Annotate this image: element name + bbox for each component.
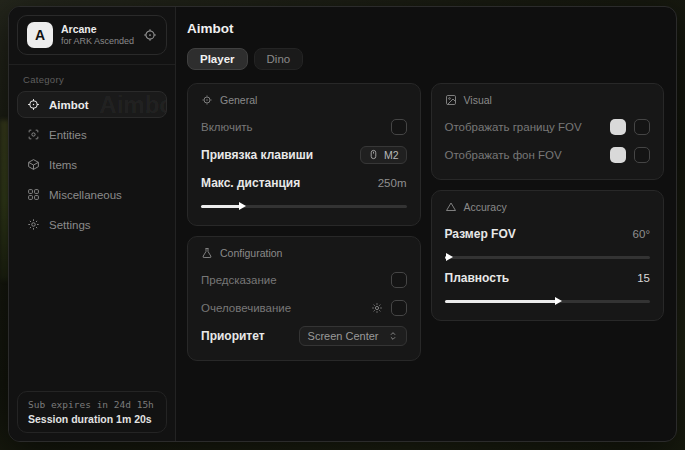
sidebar-item-settings[interactable]: Settings <box>17 211 167 238</box>
fov-border-checkbox[interactable] <box>634 119 650 135</box>
priority-label: Приоритет <box>201 329 265 343</box>
sidebar-item-label: Entities <box>49 129 87 141</box>
enable-checkbox[interactable] <box>391 119 407 135</box>
panel-title: General <box>220 94 257 106</box>
fov-bg-color-swatch[interactable] <box>610 147 626 163</box>
category-label: Category <box>23 74 161 85</box>
sidebar-nav: Aimbot Aimbot Entities Items Miscellane <box>17 91 167 238</box>
triangle-icon <box>445 201 457 213</box>
fov-border-color-swatch[interactable] <box>610 119 626 135</box>
smoothness-label: Плавность <box>445 271 510 285</box>
panel-title: Configuration <box>220 247 282 259</box>
panel-visual: Visual Отображать границу FOV Отображать… <box>431 83 665 180</box>
tab-dino[interactable]: Dino <box>254 48 304 70</box>
priority-dropdown[interactable]: Screen Center <box>299 326 407 346</box>
chevron-up-down-icon <box>388 331 398 341</box>
sidebar-item-label: Settings <box>49 219 91 231</box>
crosshair-icon <box>27 98 40 111</box>
humanize-settings-gear-icon[interactable] <box>371 302 383 314</box>
keybind-value: M2 <box>384 149 399 161</box>
grid-icon <box>27 188 40 201</box>
main-content: Aimbot Player Dino General Включить <box>176 7 676 441</box>
divider <box>9 64 175 65</box>
slider-handle[interactable] <box>446 253 453 261</box>
scan-icon <box>27 128 40 141</box>
app-subtitle: for ARK Ascended <box>61 36 134 47</box>
fov-border-label: Отображать границу FOV <box>445 121 582 133</box>
page-title: Aimbot <box>187 21 664 36</box>
session-duration-text: Session duration 1m 20s <box>28 413 156 425</box>
focus-icon <box>201 94 213 106</box>
box-icon <box>27 158 40 171</box>
panel-accuracy: Accuracy Размер FOV 60° Плавность <box>431 190 665 321</box>
sidebar-item-label: Items <box>49 159 77 171</box>
humanize-checkbox[interactable] <box>391 300 407 316</box>
fov-size-value: 60° <box>633 228 650 240</box>
logo-card: A Arcane for ARK Ascended <box>17 15 167 55</box>
sub-expires-text: Sub expires in 24d 15h <box>28 399 156 410</box>
flask-icon <box>201 247 213 259</box>
keybind-button[interactable]: M2 <box>360 146 407 164</box>
smoothness-slider[interactable] <box>445 296 651 306</box>
enable-label: Включить <box>201 121 253 133</box>
tab-bar: Player Dino <box>187 48 664 70</box>
panel-title: Accuracy <box>464 201 507 213</box>
keybind-label: Привязка клавиши <box>201 148 313 162</box>
app-name: Arcane <box>61 23 134 36</box>
panel-general: General Включить Привязка клавиши M2 <box>187 83 421 226</box>
fov-bg-checkbox[interactable] <box>634 147 650 163</box>
smoothness-value: 15 <box>637 272 650 284</box>
target-icon[interactable] <box>143 28 157 42</box>
priority-value: Screen Center <box>308 330 379 342</box>
panel-title: Visual <box>464 94 492 106</box>
aimbot-ghost-text: Aimbot <box>99 91 167 118</box>
app-window: A Arcane for ARK Ascended Category Aimbo… <box>8 6 677 442</box>
prediction-label: Предсказание <box>201 274 277 286</box>
sidebar-item-items[interactable]: Items <box>17 151 167 178</box>
subscription-info: Sub expires in 24d 15h Session duration … <box>17 391 167 433</box>
fov-bg-label: Отображать фон FOV <box>445 149 562 161</box>
tab-player[interactable]: Player <box>187 48 248 70</box>
max-distance-label: Макс. дистанция <box>201 176 300 190</box>
max-distance-slider[interactable] <box>201 201 407 211</box>
logo-letter: A <box>35 27 45 43</box>
sidebar-item-label: Miscellaneous <box>49 189 122 201</box>
max-distance-value: 250m <box>378 177 407 189</box>
panel-configuration: Configuration Предсказание Очеловечивани… <box>187 236 421 361</box>
prediction-checkbox[interactable] <box>391 272 407 288</box>
sidebar-item-miscellaneous[interactable]: Miscellaneous <box>17 181 167 208</box>
slider-handle[interactable] <box>555 297 562 305</box>
app-logo: A <box>27 22 53 48</box>
image-icon <box>445 94 457 106</box>
sidebar-item-entities[interactable]: Entities <box>17 121 167 148</box>
mouse-icon <box>368 149 379 160</box>
humanize-label: Очеловечивание <box>201 302 291 314</box>
slider-handle[interactable] <box>239 202 246 210</box>
sidebar-item-aimbot[interactable]: Aimbot Aimbot <box>17 91 167 118</box>
gear-icon <box>27 218 40 231</box>
sidebar: A Arcane for ARK Ascended Category Aimbo… <box>9 7 176 441</box>
fov-size-label: Размер FOV <box>445 227 516 241</box>
fov-size-slider[interactable] <box>445 252 651 262</box>
sidebar-item-label: Aimbot <box>49 99 89 111</box>
